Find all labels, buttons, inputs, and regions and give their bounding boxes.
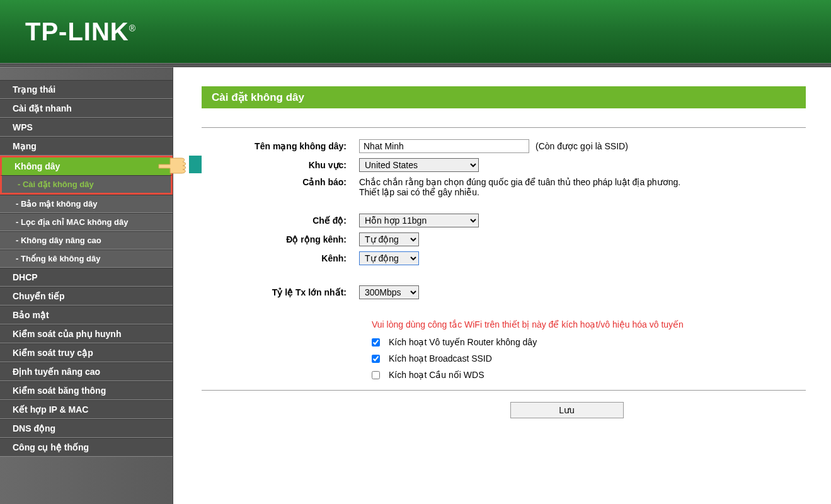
divider	[202, 127, 806, 128]
sidebar-item-system-tools[interactable]: Công cụ hệ thống	[0, 438, 173, 457]
label-max-tx: Tỷ lệ Tx lớn nhất:	[202, 287, 359, 297]
sidebar-item-security[interactable]: Bảo mật	[0, 306, 173, 324]
sidebar-item-ip-mac[interactable]: Kết hợp IP & MAC	[0, 400, 173, 419]
channel-width-select[interactable]: Tự động	[359, 232, 419, 246]
sidebar-item-parental[interactable]: Kiểm soát của phụ huynh	[0, 324, 173, 343]
ssid-hint: (Còn được gọi là SSID)	[536, 141, 628, 151]
pointing-hand-icon	[158, 149, 202, 181]
enable-broadcast-checkbox[interactable]	[372, 355, 380, 363]
warning-text-line2: Thiết lập sai có thể gây nhiễu.	[359, 187, 680, 197]
sidebar-item-forwarding[interactable]: Chuyển tiếp	[0, 287, 173, 306]
row-channel-width: Độ rộng kênh: Tự động	[202, 232, 806, 246]
brand-text: TP-LINK	[25, 18, 129, 45]
sidebar-sub-wireless-security[interactable]: - Bảo mật không dây	[0, 195, 173, 213]
row-warning: Cảnh báo: Chắc chắn rằng bạn chọn đúng q…	[202, 177, 806, 197]
sidebar-item-bandwidth[interactable]: Kiểm soát băng thông	[0, 381, 173, 400]
header-divider	[0, 63, 831, 67]
page-title: Cài đặt không dây	[202, 86, 806, 108]
sidebar-item-network[interactable]: Mạng	[0, 137, 173, 156]
wifi-switch-notice: Vui lòng dùng công tắc WiFi trên thiết b…	[372, 319, 806, 329]
max-tx-select[interactable]: 300Mbps	[359, 285, 419, 299]
row-max-tx: Tỷ lệ Tx lớn nhất: 300Mbps	[202, 285, 806, 299]
layout: Trạng thái Cài đặt nhanh WPS Mạng Không …	[0, 67, 831, 504]
sidebar-item-quick-setup[interactable]: Cài đặt nhanh	[0, 99, 173, 118]
row-ssid: Tên mạng không dây: (Còn được gọi là SSI…	[202, 139, 806, 153]
row-mode: Chế độ: Hỗn hợp 11bgn	[202, 214, 806, 227]
row-region: Khu vực: United States	[202, 158, 806, 172]
divider-bottom	[202, 390, 806, 391]
checkbox-row-broadcast: Kích hoạt Broadcast SSID	[372, 353, 806, 364]
sidebar-sub-wireless-settings[interactable]: - Cài đặt không dây	[0, 175, 173, 195]
sidebar-item-dhcp[interactable]: DHCP	[0, 268, 173, 287]
header: TP-LINK®	[0, 0, 831, 63]
button-row: Lưu	[328, 402, 806, 418]
sidebar: Trạng thái Cài đặt nhanh WPS Mạng Không …	[0, 67, 173, 504]
enable-wds-checkbox[interactable]	[372, 371, 380, 379]
checkbox-row-radio: Kích hoạt Vô tuyến Router không dây	[372, 337, 806, 347]
label-warning: Cảnh báo:	[202, 177, 359, 187]
enable-wds-label: Kích hoạt Cầu nối WDS	[389, 370, 484, 380]
sidebar-sub-wireless-stats[interactable]: - Thống kê không dây	[0, 249, 173, 268]
sidebar-sub-wireless-advanced[interactable]: - Không dây nâng cao	[0, 231, 173, 249]
sidebar-item-wireless[interactable]: Không dây	[0, 156, 173, 175]
main-content: Cài đặt không dây Tên mạng không dây: (C…	[173, 67, 831, 504]
sidebar-item-status[interactable]: Trạng thái	[0, 80, 173, 99]
enable-radio-label: Kích hoạt Vô tuyến Router không dây	[389, 337, 537, 347]
channel-select[interactable]: Tự động	[359, 251, 419, 265]
sidebar-item-ddns[interactable]: DNS động	[0, 419, 173, 438]
sidebar-item-wps[interactable]: WPS	[0, 118, 173, 137]
label-channel: Kênh:	[202, 253, 359, 263]
save-button[interactable]: Lưu	[510, 402, 624, 418]
sidebar-sub-mac-filter[interactable]: - Lọc địa chỉ MAC không dây	[0, 213, 173, 231]
label-mode: Chế độ:	[202, 215, 359, 226]
enable-radio-checkbox[interactable]	[372, 338, 380, 346]
svg-rect-0	[189, 156, 202, 173]
label-region: Khu vực:	[202, 160, 359, 170]
region-select[interactable]: United States	[359, 158, 479, 172]
registered-icon: ®	[129, 23, 136, 33]
warning-text-line1: Chắc chắn rằng bạn chọn đúng quốc gia để…	[359, 177, 680, 187]
brand-logo: TP-LINK®	[25, 18, 136, 46]
checkbox-row-wds: Kích hoạt Cầu nối WDS	[372, 370, 806, 380]
mode-select[interactable]: Hỗn hợp 11bgn	[359, 214, 479, 227]
row-channel: Kênh: Tự động	[202, 251, 806, 265]
enable-broadcast-label: Kích hoạt Broadcast SSID	[389, 353, 492, 364]
ssid-input[interactable]	[359, 139, 529, 153]
label-channel-width: Độ rộng kênh:	[202, 234, 359, 244]
sidebar-item-adv-routing[interactable]: Định tuyến nâng cao	[0, 362, 173, 381]
sidebar-item-access-control[interactable]: Kiểm soát truy cập	[0, 343, 173, 362]
label-ssid: Tên mạng không dây:	[202, 141, 359, 151]
